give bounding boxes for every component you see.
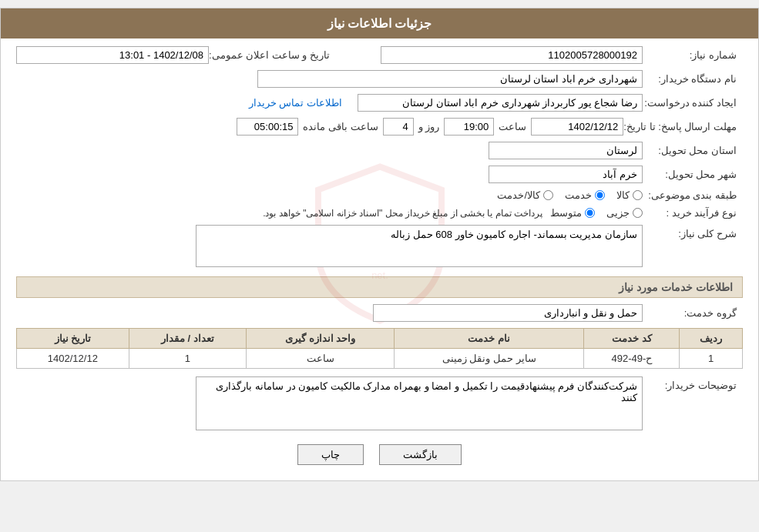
- print-button[interactable]: چاپ: [297, 444, 364, 465]
- row-category: طبقه بندی موضوعی: کالا خدمت کالا/خدمت: [16, 189, 743, 201]
- date-input[interactable]: [16, 46, 209, 64]
- services-table: ردیف کد خدمت نام خدمت واحد اندازه گیری ت…: [16, 328, 743, 369]
- deadline-remaining-label: ساعت باقی مانده: [298, 121, 382, 132]
- row-buyer-org: نام دستگاه خریدار:: [16, 70, 743, 88]
- need-desc-label: شرح کلی نیاز:: [643, 225, 743, 239]
- purchase-type-radio-jozi[interactable]: [633, 208, 643, 218]
- col-unit: واحد اندازه گیری: [247, 329, 395, 349]
- province-label: استان محل تحویل:: [643, 145, 743, 156]
- row-creator: ایجاد کننده درخواست: اطلاعات تماس خریدار: [16, 94, 743, 112]
- purchase-type-motavasset-label: متوسط: [550, 207, 582, 219]
- buyer-desc-label: توضیحات خریدار:: [643, 376, 743, 391]
- services-section-title: اطلاعات خدمات مورد نیاز: [16, 276, 743, 298]
- row-need-number: شماره نیاز: تاریخ و ساعت اعلان عمومی:: [16, 46, 743, 64]
- row-province: استان محل تحویل:: [16, 142, 743, 159]
- page-header: جزئیات اطلاعات نیاز: [1, 8, 758, 38]
- purchase-type-jozi-label: جزیی: [606, 207, 630, 219]
- category-label: طبقه بندی موضوعی:: [643, 189, 743, 201]
- city-input[interactable]: [489, 166, 643, 183]
- deadline-remaining-input[interactable]: [237, 118, 298, 136]
- service-group-label: گروه خدمت:: [643, 307, 743, 319]
- cell-qty: 1: [129, 349, 246, 369]
- cell-row: 1: [680, 349, 743, 369]
- category-khedmat-label: خدمت: [565, 189, 592, 201]
- need-number-label: شماره نیاز:: [643, 49, 743, 61]
- cell-code: ح-49-492: [584, 349, 680, 369]
- col-qty: تعداد / مقدار: [129, 329, 246, 349]
- category-radio-khedmat[interactable]: [595, 190, 605, 200]
- col-code: کد خدمت: [584, 329, 680, 349]
- purchase-type-radio-motavasset[interactable]: [585, 208, 595, 218]
- creator-label: ایجاد کننده درخواست:: [643, 97, 743, 109]
- cell-unit: ساعت: [247, 349, 395, 369]
- need-desc-textarea[interactable]: [196, 225, 643, 267]
- row-buyer-desc: توضیحات خریدار:: [16, 376, 743, 430]
- col-date: تاریخ نیاز: [17, 329, 129, 349]
- col-name: نام خدمت: [395, 329, 584, 349]
- row-city: شهر محل تحویل:: [16, 166, 743, 183]
- services-table-body: 1ح-49-492سایر حمل ونقل زمینیساعت11402/12…: [17, 349, 743, 369]
- cell-date: 1402/12/12: [17, 349, 129, 369]
- deadline-days-label: روز و: [414, 121, 445, 132]
- deadline-label: مهلت ارسال پاسخ: تا تاریخ:: [623, 121, 743, 132]
- page-title: جزئیات اطلاعات نیاز: [327, 17, 432, 30]
- category-option-kala: کالا: [616, 189, 643, 201]
- purchase-note: پرداخت تمام یا بخشی از مبلغ خریداز محل "…: [263, 208, 542, 219]
- bottom-buttons: بازگشت چاپ: [16, 444, 743, 465]
- row-service-group: گروه خدمت:: [16, 304, 743, 322]
- content-area: شماره نیاز: تاریخ و ساعت اعلان عمومی: نا…: [1, 38, 758, 480]
- cell-name: سایر حمل ونقل زمینی: [395, 349, 584, 369]
- buyer-desc-textarea[interactable]: [196, 376, 643, 430]
- category-both-label: کالا/خدمت: [497, 189, 540, 201]
- table-header-row: ردیف کد خدمت نام خدمت واحد اندازه گیری ت…: [17, 329, 743, 349]
- category-radio-group: کالا خدمت کالا/خدمت: [497, 189, 643, 201]
- row-need-desc: شرح کلی نیاز:: [16, 225, 743, 267]
- creator-input[interactable]: [358, 94, 643, 112]
- page-wrapper: AnaRender .net جزئیات اطلاعات نیاز شماره…: [0, 8, 759, 481]
- deadline-time-input[interactable]: [444, 118, 494, 136]
- buyer-org-label: نام دستگاه خریدار:: [643, 73, 743, 85]
- contact-link[interactable]: اطلاعات تماس خریدار: [249, 97, 342, 109]
- category-radio-kala[interactable]: [633, 190, 643, 200]
- row-deadline: مهلت ارسال پاسخ: تا تاریخ: ساعت روز و سا…: [16, 118, 743, 136]
- need-number-input[interactable]: [381, 46, 643, 64]
- col-row: ردیف: [680, 329, 743, 349]
- purchase-type-radio-group: جزیی متوسط: [550, 207, 643, 219]
- deadline-time-label: ساعت: [494, 121, 531, 132]
- category-option-both: کالا/خدمت: [497, 189, 553, 201]
- deadline-date-input[interactable]: [531, 118, 623, 136]
- buyer-org-input[interactable]: [257, 70, 643, 88]
- purchase-type-label: نوع فرآیند خرید :: [643, 207, 743, 219]
- service-group-input[interactable]: [373, 304, 643, 322]
- date-label: تاریخ و ساعت اعلان عمومی:: [209, 49, 336, 61]
- category-radio-both[interactable]: [543, 190, 553, 200]
- back-button[interactable]: بازگشت: [379, 444, 462, 465]
- category-kala-label: کالا: [616, 189, 630, 201]
- table-row: 1ح-49-492سایر حمل ونقل زمینیساعت11402/12…: [17, 349, 743, 369]
- purchase-type-option-jozi: جزیی: [606, 207, 643, 219]
- category-option-khedmat: خدمت: [565, 189, 605, 201]
- city-label: شهر محل تحویل:: [643, 169, 743, 180]
- row-purchase-type: نوع فرآیند خرید : جزیی متوسط پرداخت تمام…: [16, 207, 743, 219]
- province-input[interactable]: [489, 142, 643, 159]
- purchase-type-option-motavasset: متوسط: [550, 207, 595, 219]
- deadline-days-input[interactable]: [383, 118, 414, 136]
